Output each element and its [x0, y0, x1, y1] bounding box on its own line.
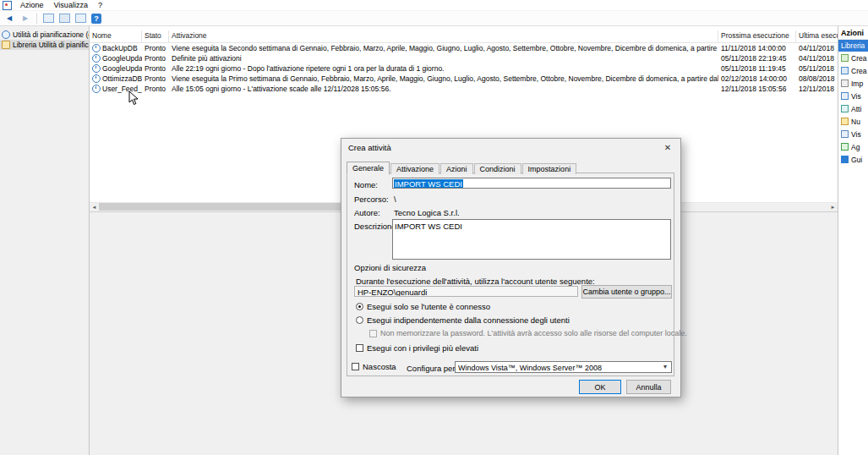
tree-item-task-scheduler-root[interactable]: Utilità di pianificazione (com — [0, 30, 89, 40]
task-last-run: 04/11/2018 — [799, 54, 834, 63]
help-icon[interactable]: ? — [90, 12, 103, 25]
action-create-task[interactable]: Crea — [838, 64, 868, 77]
task-next-run: 05/11/2018 11:19:45 — [721, 64, 786, 73]
task-last-run: 12/11/2018 — [799, 85, 834, 93]
action-enable-task-history[interactable]: Atti — [838, 102, 868, 115]
task-trigger: Alle 15:05 ogni giorno - L'attivazione s… — [172, 85, 391, 93]
column-header-ultima-esecuzione[interactable]: Ultima esecuzione — [796, 30, 838, 42]
radio-run-whether-logged-on[interactable]: Esegui indipendentemente dalla connessio… — [356, 315, 570, 325]
scroll-left-icon[interactable]: ◄ — [90, 203, 99, 211]
nome-input[interactable]: IMPORT WS CEDI — [392, 178, 671, 189]
task-row-user-feed[interactable]: User_Feed_S... Pronto Alle 15:05 ogni gi… — [90, 84, 838, 94]
task-next-run: 05/11/2018 22:19:45 — [721, 54, 786, 63]
task-trigger: Definite più attivazioni — [172, 54, 242, 63]
percorso-value: \ — [394, 195, 396, 204]
checkbox-label: Esegui con i privilegi più elevati — [367, 343, 478, 353]
action-view[interactable]: Vis — [838, 128, 868, 140]
task-row-googleupdate-2[interactable]: GoogleUpda... Pronto Alle 22:19 ogni gio… — [90, 63, 838, 74]
task-name: GoogleUpda... — [102, 54, 142, 63]
actions-pane-title: Azioni — [838, 26, 868, 40]
task-icon — [92, 54, 101, 63]
autore-value: Tecno Logica S.r.l. — [394, 208, 460, 217]
task-status: Pronto — [145, 44, 166, 52]
action-import-task[interactable]: Imp — [838, 77, 868, 90]
configure-for-value: Windows Vista™, Windows Server™ 2008 — [458, 364, 602, 372]
task-status: Pronto — [145, 54, 166, 63]
checkbox-icon — [369, 330, 377, 337]
tree-item-label: Utilità di pianificazione (com — [13, 30, 89, 39]
console-tree-glyph — [43, 14, 54, 23]
action-new-folder[interactable]: Nu — [838, 115, 868, 128]
tab-attivazione[interactable]: Attivazione — [390, 163, 439, 174]
console-tree-pane: Utilità di pianificazione (com Libreria … — [0, 26, 90, 455]
close-icon[interactable]: ✕ — [661, 141, 674, 153]
dialog-tabs: Generale Attivazione Azioni Condizioni I… — [347, 161, 577, 174]
task-row-backupdb[interactable]: BackUpDB Pronto Viene eseguita la Second… — [90, 43, 838, 53]
action-label: Crea — [851, 67, 866, 75]
create-task-icon — [841, 67, 849, 74]
menu-help[interactable]: ? — [93, 0, 107, 10]
export-list-glyph — [75, 14, 86, 23]
checkbox-do-not-store-password: Non memorizzare la password. L'attività … — [369, 329, 687, 337]
task-scheduler-icon — [2, 30, 10, 39]
menu-bar: Azione Visualizza ? — [0, 0, 868, 11]
descrizione-textarea[interactable]: IMPORT WS CEDI — [392, 219, 671, 260]
toolbar: ◀ ▶ ? — [0, 11, 868, 26]
task-row-ottimizzadb[interactable]: OttimizzaDB Pronto Viene eseguita la Pri… — [90, 74, 838, 84]
tab-azioni[interactable]: Azioni — [440, 163, 473, 174]
action-create-basic-task[interactable]: Crea — [838, 52, 868, 64]
task-name: GoogleUpda... — [102, 64, 142, 73]
tab-impostazioni[interactable]: Impostazioni — [522, 163, 577, 174]
action-label: Vis — [851, 92, 861, 101]
radio-off-icon — [356, 316, 363, 324]
scroll-right-icon[interactable]: ► — [828, 203, 838, 211]
column-header-nome[interactable]: Nome — [90, 30, 142, 42]
autore-label: Autore: — [354, 208, 380, 217]
show-action-pane-icon[interactable] — [57, 12, 71, 25]
radio-on-icon — [356, 303, 363, 310]
action-label: Vis — [851, 130, 861, 139]
show-console-tree-icon[interactable] — [41, 12, 55, 25]
checkbox-hidden[interactable]: Nascosta — [352, 362, 396, 371]
action-help[interactable]: Gui — [838, 153, 868, 166]
task-next-run: 11/11/2018 14:00:00 — [721, 44, 786, 52]
column-header-attivazione[interactable]: Attivazione — [169, 30, 718, 42]
tree-item-task-scheduler-library[interactable]: Libreria Utilità di pianifica — [0, 40, 89, 50]
column-header-prossima-esecuzione[interactable]: Prossima esecuzione — [718, 30, 796, 42]
tab-page-generale: Nome: IMPORT WS CEDI Percorso: \ Autore:… — [347, 173, 674, 376]
radio-run-when-logged-on[interactable]: Esegui solo se l'utente è connesso — [356, 302, 490, 311]
action-refresh[interactable]: Ag — [838, 140, 868, 153]
checkbox-label: Non memorizzare la password. L'attività … — [380, 329, 687, 337]
library-folder-icon — [2, 41, 10, 49]
change-user-button[interactable]: Cambia utente o gruppo... — [581, 285, 672, 299]
actions-library-selected[interactable]: Libreria — [838, 40, 868, 52]
nome-selected-text: IMPORT WS CEDI — [394, 179, 463, 189]
create-task-dialog: Crea attività ✕ Generale Attivazione Azi… — [341, 138, 681, 397]
ok-button[interactable]: OK — [579, 380, 621, 394]
checkbox-run-highest-privileges[interactable]: Esegui con i privilegi più elevati — [356, 343, 478, 353]
task-list-header: Nome Stato Attivazione Prossima esecuzio… — [90, 30, 838, 43]
menu-azione[interactable]: Azione — [15, 0, 49, 10]
task-status: Pronto — [145, 64, 166, 73]
column-header-stato[interactable]: Stato — [142, 30, 169, 42]
account-field[interactable]: HP-ENZO\genuardi — [354, 286, 578, 297]
tab-condizioni[interactable]: Condizioni — [474, 163, 521, 174]
tab-generale[interactable]: Generale — [347, 162, 390, 175]
task-row-googleupdate-1[interactable]: GoogleUpda... Pronto Definite più attiva… — [90, 53, 838, 63]
actions-help-icon — [841, 156, 849, 163]
checkbox-icon — [356, 344, 363, 352]
action-display-running-tasks[interactable]: Vis — [838, 90, 868, 102]
cancel-button[interactable]: Annulla — [626, 380, 671, 394]
configure-for-dropdown[interactable]: Windows Vista™, Windows Server™ 2008 ▾ — [455, 361, 672, 373]
export-list-icon[interactable] — [74, 12, 87, 25]
configure-for-label: Configura per: — [407, 364, 457, 373]
task-name: OttimizzaDB — [102, 74, 142, 83]
forward-icon[interactable]: ▶ — [19, 12, 32, 25]
descrizione-value: IMPORT WS CEDI — [395, 222, 462, 231]
dialog-title-bar[interactable]: Crea attività — [341, 139, 680, 156]
task-last-run: 04/11/2018 — [799, 44, 834, 52]
task-last-run: 05/11/2018 — [799, 64, 834, 73]
menu-visualizza[interactable]: Visualizza — [49, 0, 93, 10]
action-label: Nu — [851, 118, 860, 126]
back-icon[interactable]: ◀ — [3, 12, 16, 25]
